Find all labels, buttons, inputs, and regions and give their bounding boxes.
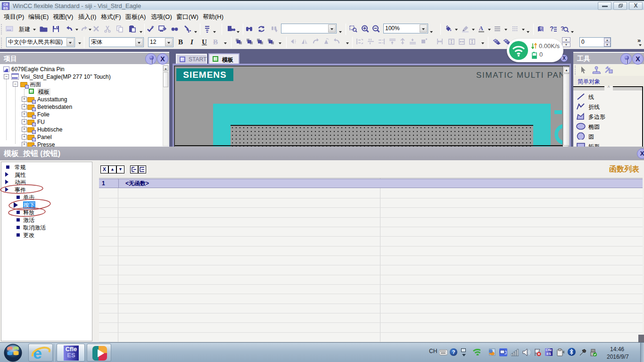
svg-text:?: ?	[550, 25, 554, 33]
svg-text:?: ?	[539, 26, 542, 31]
svg-text:?: ?	[151, 25, 154, 30]
svg-text:A: A	[479, 25, 483, 32]
